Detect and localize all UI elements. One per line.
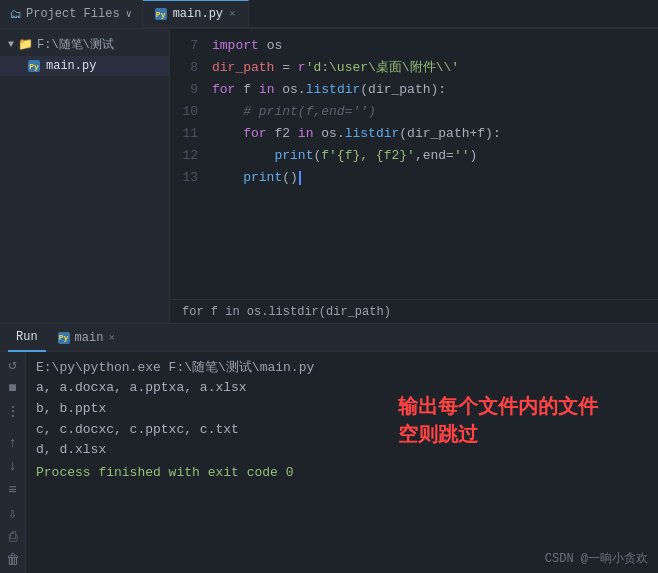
folder-label: F:\随笔\测试 xyxy=(37,36,114,53)
code-line-11: for f2 in os.listdir(dir_path+f): xyxy=(212,123,658,145)
editor-status-bar: for f in os.listdir(dir_path) xyxy=(170,299,658,323)
folder-icon: 📁 xyxy=(18,37,33,52)
project-files-tab[interactable]: 🗂 Project Files ∨ xyxy=(0,0,143,28)
code-area: 7 8 9 10 11 12 13 import os dir_path = r… xyxy=(170,29,658,299)
project-files-label: Project Files xyxy=(26,7,120,21)
run-tab-python-icon: Py xyxy=(58,332,70,344)
run-toolbar: ↺ ■ ⋮ ↑ ↓ ≡ ⇩ ⎙ 🗑 xyxy=(0,352,26,573)
sort-down-icon[interactable]: ⇩ xyxy=(2,505,24,522)
line-numbers: 7 8 9 10 11 12 13 xyxy=(170,33,206,295)
run-command: E:\py\python.exe F:\随笔\测试\main.py xyxy=(36,358,648,376)
annotation-line-1: 输出每个文件内的文件 xyxy=(398,395,598,417)
code-line-13: print() xyxy=(212,167,658,189)
stop-icon[interactable]: ■ xyxy=(2,379,24,396)
top-bar: 🗂 Project Files ∨ Py main.py × xyxy=(0,0,658,29)
folder-arrow-icon: ▼ xyxy=(8,39,14,50)
editor-tab-main[interactable]: Py main.py × xyxy=(143,0,249,27)
chevron-down-icon: ∨ xyxy=(126,8,132,20)
print-icon[interactable]: ⎙ xyxy=(2,528,24,545)
run-main-tab-label: main xyxy=(75,331,104,345)
file-tree-sidebar: ▼ 📁 F:\随笔\测试 Py main.py xyxy=(0,29,170,323)
python-icon: Py xyxy=(155,8,167,20)
code-line-10: # print(f,end='') xyxy=(212,101,658,123)
run-tab-close[interactable]: × xyxy=(108,332,115,344)
annotation-text: 输出每个文件内的文件 空则跳过 xyxy=(398,392,598,448)
editor-tab-close[interactable]: × xyxy=(229,8,236,20)
annotation-line-2: 空则跳过 xyxy=(398,423,478,445)
code-editor[interactable]: 7 8 9 10 11 12 13 import os dir_path = r… xyxy=(170,29,658,323)
tree-file-main[interactable]: Py main.py xyxy=(0,56,169,76)
more-options-icon[interactable]: ⋮ xyxy=(2,403,24,420)
code-line-8: dir_path = r'd:\user\桌面\附件\\' xyxy=(212,57,658,79)
run-tabs: Run Py main × xyxy=(0,324,658,352)
trash-icon[interactable]: 🗑 xyxy=(2,552,24,569)
code-line-7: import os xyxy=(212,35,658,57)
watermark: CSDN @一晌小贪欢 xyxy=(545,550,648,567)
tree-folder[interactable]: ▼ 📁 F:\随笔\测试 xyxy=(0,33,169,56)
run-tab-run[interactable]: Run xyxy=(8,324,46,352)
scroll-down-icon[interactable]: ↓ xyxy=(2,458,24,475)
folder-icon: 🗂 xyxy=(10,7,22,22)
code-lines: import os dir_path = r'd:\user\桌面\附件\\' … xyxy=(206,33,658,295)
editor-tab-label: main.py xyxy=(173,7,223,21)
run-output: E:\py\python.exe F:\随笔\测试\main.py a, a.d… xyxy=(26,352,658,573)
code-line-12: print(f'{f}, {f2}',end='') xyxy=(212,145,658,167)
run-exit-status: Process finished with exit code 0 xyxy=(36,465,648,480)
python-file-icon: Py xyxy=(28,60,40,72)
scroll-up-icon[interactable]: ↑ xyxy=(2,434,24,451)
run-tab-main[interactable]: Py main × xyxy=(50,324,123,352)
editor-tabs: Py main.py × xyxy=(143,0,658,28)
run-content: ↺ ■ ⋮ ↑ ↓ ≡ ⇩ ⎙ 🗑 E:\py\python.exe F:\随笔… xyxy=(0,352,658,573)
file-label: main.py xyxy=(46,59,96,73)
run-tab-label: Run xyxy=(16,330,38,344)
code-line-9: for f in os.listdir(dir_path): xyxy=(212,79,658,101)
run-panel: Run Py main × ↺ ■ ⋮ ↑ ↓ ≡ ⇩ ⎙ 🗑 E:\py\py… xyxy=(0,323,658,573)
status-text: for f in os.listdir(dir_path) xyxy=(182,305,391,319)
rerun-icon[interactable]: ↺ xyxy=(2,356,24,373)
sort-icon[interactable]: ≡ xyxy=(2,481,24,498)
main-area: ▼ 📁 F:\随笔\测试 Py main.py 7 8 9 10 11 12 1… xyxy=(0,29,658,323)
